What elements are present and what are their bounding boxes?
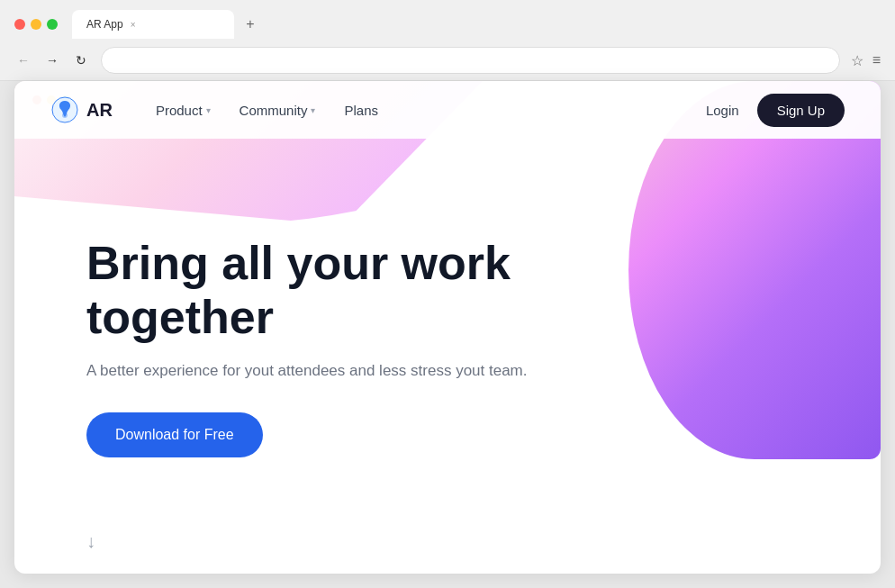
back-button[interactable]: ← <box>14 53 32 68</box>
active-tab[interactable]: AR App × <box>72 10 234 39</box>
browser-chrome: AR App × + ← → ↻ ☆ ≡ <box>0 0 895 81</box>
tab-title: AR App <box>86 18 123 31</box>
nav-links: Product ▾ Community ▾ Plans <box>156 103 706 118</box>
browser-toolbar: ← → ↻ ☆ ≡ <box>0 40 895 81</box>
traffic-lights <box>14 19 58 30</box>
nav-product-chevron: ▾ <box>206 105 211 115</box>
toolbar-icons: ☆ ≡ <box>851 52 881 69</box>
browser-tabs: AR App × + <box>72 10 881 39</box>
download-button[interactable]: Download for Free <box>86 412 263 457</box>
hero-section: Bring all your work together A better ex… <box>14 139 881 574</box>
nav-community-label: Community <box>240 103 308 118</box>
nav-actions: Login Sign Up <box>706 94 845 127</box>
browser-titlebar: AR App × + <box>0 0 895 40</box>
nav-plans-label: Plans <box>344 103 378 118</box>
bookmark-icon[interactable]: ☆ <box>851 52 863 69</box>
navbar: AR Product ▾ Community ▾ Plans Login Sig… <box>14 81 881 139</box>
new-tab-button[interactable]: + <box>238 12 263 37</box>
logo-icon <box>50 95 79 124</box>
website-container: AR Product ▾ Community ▾ Plans Login Sig… <box>14 81 881 574</box>
nav-product[interactable]: Product ▾ <box>156 103 211 118</box>
nav-product-label: Product <box>156 103 203 118</box>
traffic-light-green[interactable] <box>47 19 58 30</box>
scroll-indicator: ↓ <box>86 531 95 552</box>
login-button[interactable]: Login <box>706 103 739 118</box>
signup-button[interactable]: Sign Up <box>757 94 845 127</box>
address-bar[interactable] <box>101 47 840 74</box>
hero-subtitle: A better experience for yout attendees a… <box>86 362 555 380</box>
hero-title: Bring all your work together <box>86 237 699 345</box>
nav-community[interactable]: Community ▾ <box>240 103 316 118</box>
logo-text: AR <box>86 100 113 121</box>
forward-button[interactable]: → <box>43 53 61 68</box>
svg-point-1 <box>62 113 68 118</box>
logo-area[interactable]: AR <box>50 95 113 124</box>
traffic-light-yellow[interactable] <box>31 19 41 30</box>
nav-plans[interactable]: Plans <box>344 103 378 118</box>
menu-icon[interactable]: ≡ <box>872 52 881 68</box>
traffic-light-red[interactable] <box>14 19 25 30</box>
nav-community-chevron: ▾ <box>311 105 315 115</box>
tab-close-icon[interactable]: × <box>131 20 136 30</box>
refresh-button[interactable]: ↻ <box>72 53 90 68</box>
